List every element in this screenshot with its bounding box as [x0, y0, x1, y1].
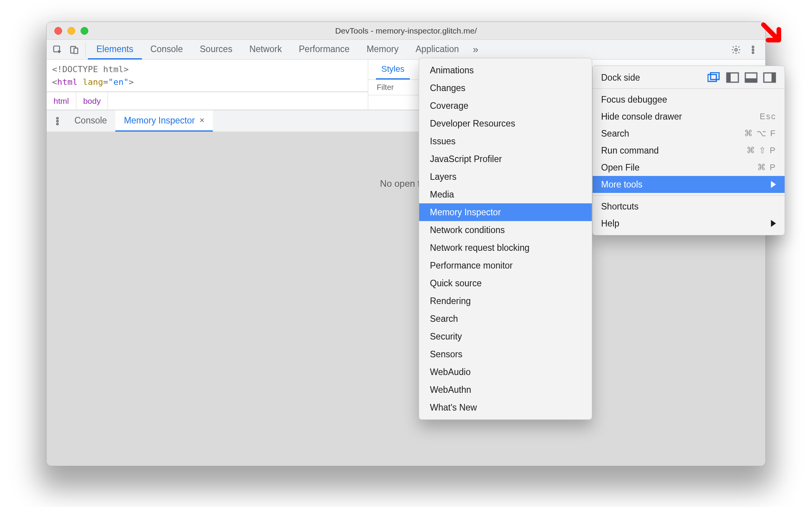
more-tools-item-layers[interactable]: Layers: [419, 168, 592, 186]
menu-item-more-tools[interactable]: More tools: [593, 176, 785, 193]
drawer-kebab-icon[interactable]: [49, 110, 66, 132]
window-title: DevTools - memory-inspector.glitch.me/: [335, 26, 477, 35]
menu-item-focus-debuggee[interactable]: Focus debuggee: [593, 91, 785, 108]
zoom-window-icon[interactable]: [81, 27, 88, 35]
svg-rect-13: [727, 73, 731, 82]
more-tools-item-network-request-blocking[interactable]: Network request blocking: [419, 239, 592, 257]
drawer-tab-label: Memory Inspector: [124, 115, 195, 126]
menu-item-label: Shortcuts: [601, 201, 638, 212]
drawer-tab-label: Console: [74, 115, 107, 126]
tabs-overflow-icon[interactable]: »: [467, 40, 483, 59]
more-tools-item-quick-source[interactable]: Quick source: [419, 274, 592, 292]
more-tools-item-what-s-new[interactable]: What's New: [419, 399, 592, 416]
more-tools-item-rendering[interactable]: Rendering: [419, 292, 592, 310]
kebab-menu-icon[interactable]: [745, 40, 761, 59]
svg-point-5: [752, 49, 754, 50]
more-tools-item-developer-resources[interactable]: Developer Resources: [419, 115, 592, 132]
menu-item-shortcut: ⌘ ⌥ F: [744, 128, 776, 139]
dock-undock-icon[interactable]: [708, 72, 721, 83]
svg-rect-2: [74, 48, 78, 53]
menu-item-open-file[interactable]: Open File⌘ P: [593, 159, 785, 176]
tab-performance[interactable]: Performance: [290, 40, 358, 59]
titlebar: DevTools - memory-inspector.glitch.me/: [47, 22, 765, 40]
code-line: <!DOCTYPE html>: [52, 64, 129, 74]
submenu-arrow-icon: [771, 181, 776, 188]
more-tools-item-network-conditions[interactable]: Network conditions: [419, 221, 592, 239]
svg-point-9: [57, 123, 58, 125]
more-tools-item-coverage[interactable]: Coverage: [419, 97, 592, 115]
menu-item-shortcut: ⌘ ⇧ P: [746, 145, 776, 155]
more-tools-item-javascript-profiler[interactable]: JavaScript Profiler: [419, 150, 592, 168]
dom-source[interactable]: <!DOCTYPE html> <html lang="en">: [47, 60, 368, 92]
more-tools-item-webauthn[interactable]: WebAuthn: [419, 381, 592, 399]
device-toggle-icon[interactable]: [66, 40, 83, 59]
svg-point-3: [735, 48, 738, 51]
menu-item-label: Hide console drawer: [601, 112, 682, 122]
tab-network[interactable]: Network: [241, 40, 290, 59]
drawer-tab-console[interactable]: Console: [66, 110, 115, 132]
more-tools-item-search[interactable]: Search: [419, 310, 592, 328]
svg-rect-15: [745, 78, 757, 82]
menu-item-label: More tools: [601, 179, 642, 190]
more-tools-item-webaudio[interactable]: WebAudio: [419, 363, 592, 381]
dock-bottom-icon[interactable]: [745, 72, 758, 83]
window-controls: [54, 27, 88, 35]
menu-item-label: Help: [601, 218, 619, 229]
svg-point-7: [57, 117, 58, 119]
more-tools-item-animations[interactable]: Animations: [419, 61, 592, 79]
dock-side-label: Dock side: [601, 73, 640, 83]
close-icon[interactable]: ×: [199, 115, 204, 125]
more-tools-item-media[interactable]: Media: [419, 186, 592, 203]
breadcrumb-html[interactable]: html: [47, 92, 76, 110]
dock-right-icon[interactable]: [763, 72, 776, 83]
more-tools-item-issues[interactable]: Issues: [419, 132, 592, 150]
menu-item-label: Search: [601, 128, 629, 139]
tab-memory[interactable]: Memory: [358, 40, 407, 59]
tab-console[interactable]: Console: [142, 40, 191, 59]
more-tools-item-sensors[interactable]: Sensors: [419, 345, 592, 363]
svg-rect-17: [772, 73, 775, 82]
svg-rect-11: [711, 73, 719, 79]
settings-menu: Dock side Focus debuggeeHide console dra…: [592, 66, 785, 235]
breadcrumb: htmlbody: [47, 92, 368, 110]
dock-left-icon[interactable]: [726, 72, 739, 83]
svg-rect-10: [708, 74, 716, 81]
menu-item-hide-console-drawer[interactable]: Hide console drawerEsc: [593, 108, 785, 125]
tab-elements[interactable]: Elements: [88, 40, 142, 59]
more-tools-item-security[interactable]: Security: [419, 328, 592, 345]
menu-item-help[interactable]: Help: [593, 215, 785, 232]
tab-styles[interactable]: Styles: [376, 60, 410, 79]
minimize-window-icon[interactable]: [67, 27, 75, 35]
menu-item-label: Focus debuggee: [601, 95, 667, 105]
more-tools-item-memory-inspector[interactable]: Memory Inspector: [419, 203, 592, 221]
menu-separator: [593, 88, 785, 89]
separator: [85, 42, 86, 57]
close-window-icon[interactable]: [54, 27, 62, 35]
menu-item-label: Run command: [601, 145, 659, 156]
svg-point-6: [752, 52, 754, 53]
settings-gear-icon[interactable]: [728, 40, 745, 59]
tab-application[interactable]: Application: [407, 40, 468, 59]
drawer-tab-memory-inspector[interactable]: Memory Inspector×: [115, 110, 213, 132]
svg-point-4: [752, 46, 754, 47]
svg-point-8: [57, 120, 58, 122]
tab-sources[interactable]: Sources: [191, 40, 241, 59]
more-tools-item-changes[interactable]: Changes: [419, 79, 592, 97]
menu-item-run-command[interactable]: Run command⌘ ⇧ P: [593, 142, 785, 159]
menu-item-label: Open File: [601, 162, 640, 173]
submenu-arrow-icon: [771, 220, 776, 227]
dock-side-row: Dock side: [593, 69, 785, 86]
more-tools-item-performance-monitor[interactable]: Performance monitor: [419, 257, 592, 274]
menu-item-shortcut: Esc: [760, 112, 776, 122]
more-tools-submenu: AnimationsChangesCoverageDeveloper Resou…: [419, 58, 592, 420]
devtools-tabbar: ElementsConsoleSourcesNetworkPerformance…: [47, 40, 765, 60]
menu-item-search[interactable]: Search⌘ ⌥ F: [593, 125, 785, 142]
menu-separator: [593, 195, 785, 196]
menu-item-shortcuts[interactable]: Shortcuts: [593, 198, 785, 215]
breadcrumb-body[interactable]: body: [76, 92, 108, 110]
menu-item-shortcut: ⌘ P: [757, 162, 776, 172]
filter-label: Filter: [377, 83, 394, 92]
inspect-element-icon[interactable]: [49, 40, 66, 59]
